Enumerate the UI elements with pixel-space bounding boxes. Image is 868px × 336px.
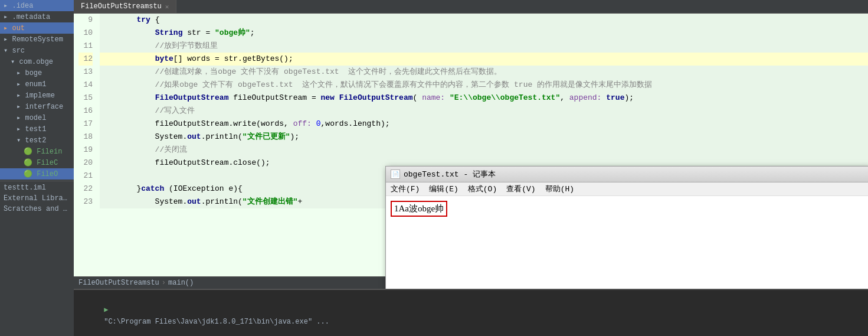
code-line-15: FileOutputStream fileOutputStream = new … xyxy=(100,92,868,105)
code-line-16: //写入文件 xyxy=(100,105,868,118)
sidebar-item-remotesystem[interactable]: ▸ RemoteSystem xyxy=(0,34,74,45)
folder-icon: ▸ xyxy=(4,24,12,32)
folder-open-icon: ▾ xyxy=(17,136,25,145)
code-line-12: byte[] words = str.getBytes(); xyxy=(100,53,868,66)
notepad-menu-help[interactable]: 帮助(H) xyxy=(545,184,574,194)
code-line-19: //关闭流 xyxy=(100,143,868,156)
console-command: "C:\Program Files\Java\jdk1.8.0_171\bin\… xyxy=(104,318,329,326)
breadcrumb-separator: › xyxy=(162,279,166,287)
notepad-menu-file[interactable]: 文件(F) xyxy=(391,184,420,194)
sidebar: ▸ .idea ▸ .metadata ▸ out ▸ RemoteSystem… xyxy=(0,0,74,336)
run-arrow-icon: ▶ xyxy=(104,306,112,314)
tab-bar: FileOutPutStreamstu ✕ xyxy=(74,0,868,14)
code-editor[interactable]: 9 10 11 12 13 14 15 16 17 18 19 20 21 22… xyxy=(74,14,868,289)
folder-icon: ▸ xyxy=(4,13,12,21)
java-file-icon: 🟢 xyxy=(24,148,37,156)
folder-icon: ▸ xyxy=(4,2,12,10)
sidebar-item-testtt[interactable]: testtt.iml xyxy=(0,182,74,193)
code-line-17: fileOutputStream.write(words, off: 0,wor… xyxy=(100,118,868,131)
main-area: FileOutPutStreamstu ✕ 9 10 11 12 13 14 1… xyxy=(74,0,868,336)
sidebar-item-metadata[interactable]: ▸ .metadata xyxy=(0,11,74,22)
sidebar-item-model[interactable]: ▸ model xyxy=(0,112,74,123)
folder-icon: ▸ xyxy=(17,103,25,111)
sidebar-item-test1[interactable]: ▸ test1 xyxy=(0,123,74,135)
sidebar-item-out[interactable]: ▸ out xyxy=(0,22,74,34)
notepad-menubar: 文件(F) 编辑(E) 格式(O) 查看(V) 帮助(H) xyxy=(386,182,868,196)
sidebar-item-fileo[interactable]: 🟢 FileO xyxy=(0,168,74,180)
code-line-13: //创建流对象，当obge 文件下没有 obgeTest.txt 这个文件时，会… xyxy=(100,66,868,79)
sidebar-item-filein[interactable]: 🟢 Filein xyxy=(0,146,74,157)
notepad-menu-format[interactable]: 格式(O) xyxy=(468,184,497,194)
tab-label: FileOutPutStreamstu xyxy=(81,2,162,11)
folder-icon: ▸ xyxy=(17,80,25,89)
sidebar-item-comobge[interactable]: ▾ com.obge xyxy=(0,56,74,67)
folder-icon: ▸ xyxy=(17,114,25,122)
sidebar-item-extlibs[interactable]: External Libraries xyxy=(0,193,74,204)
sidebar-item-filec[interactable]: 🟢 FileC xyxy=(0,157,74,168)
notepad-titlebar: 📄 obgeTest.txt - 记事本 xyxy=(386,167,868,182)
notepad-menu-view[interactable]: 查看(V) xyxy=(506,184,535,194)
folder-icon: ▾ xyxy=(11,58,19,66)
sidebar-item-impleme[interactable]: ▸ impleme xyxy=(0,90,74,101)
notepad-title: obgeTest.txt - 记事本 xyxy=(404,169,496,180)
breadcrumb-class: FileOutPutStreamstu xyxy=(78,279,159,287)
folder-icon: ▸ xyxy=(17,92,25,100)
console-panel: ▶ "C:\Program Files\Java\jdk1.8.0_171\bi… xyxy=(74,289,868,336)
notepad-app-icon: 📄 xyxy=(391,169,400,179)
code-line-14: //如果obge 文件下有 obgeTest.txt 这个文件，默认情况下会覆盖… xyxy=(100,79,868,92)
notepad-window[interactable]: 📄 obgeTest.txt - 记事本 文件(F) 编辑(E) 格式(O) 查… xyxy=(385,166,868,289)
folder-icon: ▸ xyxy=(17,125,25,133)
folder-icon: ▸ xyxy=(4,35,12,44)
line-numbers: 9 10 11 12 13 14 15 16 17 18 19 20 21 22… xyxy=(74,14,97,276)
console-command-line: ▶ "C:\Program Files\Java\jdk1.8.0_171\bi… xyxy=(78,292,863,336)
sidebar-item-test2[interactable]: ▾ test2 xyxy=(0,135,74,146)
code-line-9: try { xyxy=(100,14,868,27)
java-file-icon: 🟢 xyxy=(24,159,37,167)
code-line-18: System.out.println("文件已更新"); xyxy=(100,131,868,143)
sidebar-item-scratches[interactable]: Scratches and Co xyxy=(0,204,74,214)
tab-close-button[interactable]: ✕ xyxy=(165,3,169,11)
sidebar-item-idea[interactable]: ▸ .idea xyxy=(0,0,74,11)
code-line-11: //放到字节数组里 xyxy=(100,40,868,53)
breadcrumb-method: main() xyxy=(168,279,194,287)
sidebar-item-src[interactable]: ▾ src xyxy=(0,45,74,56)
folder-icon: ▾ xyxy=(4,47,12,55)
code-line-10: String str = "obge帅"; xyxy=(100,27,868,40)
sidebar-item-boge[interactable]: ▸ boge xyxy=(0,67,74,79)
tab-fileoutputstreamstu[interactable]: FileOutPutStreamstu ✕ xyxy=(74,0,176,13)
sidebar-divider xyxy=(0,181,74,181)
notepad-content-area: 1Aa波obge帅 xyxy=(386,196,868,289)
sidebar-item-enum1[interactable]: ▸ enum1 xyxy=(0,79,74,90)
java-file-icon: 🟢 xyxy=(24,170,37,178)
notepad-menu-edit[interactable]: 编辑(E) xyxy=(429,184,458,194)
notepad-highlighted-text: 1Aa波obge帅 xyxy=(391,201,447,217)
folder-icon: ▸ xyxy=(17,69,25,77)
sidebar-item-interface[interactable]: ▸ interface xyxy=(0,101,74,112)
